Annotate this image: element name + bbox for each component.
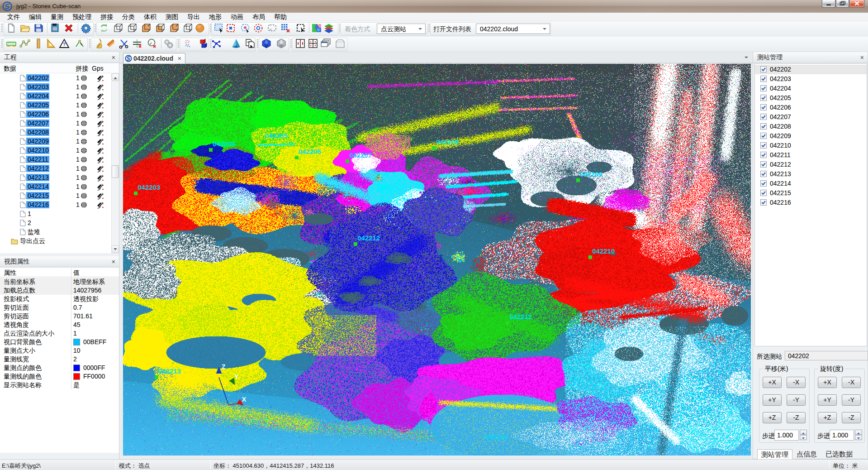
svg-text:?: ? <box>63 42 66 47</box>
